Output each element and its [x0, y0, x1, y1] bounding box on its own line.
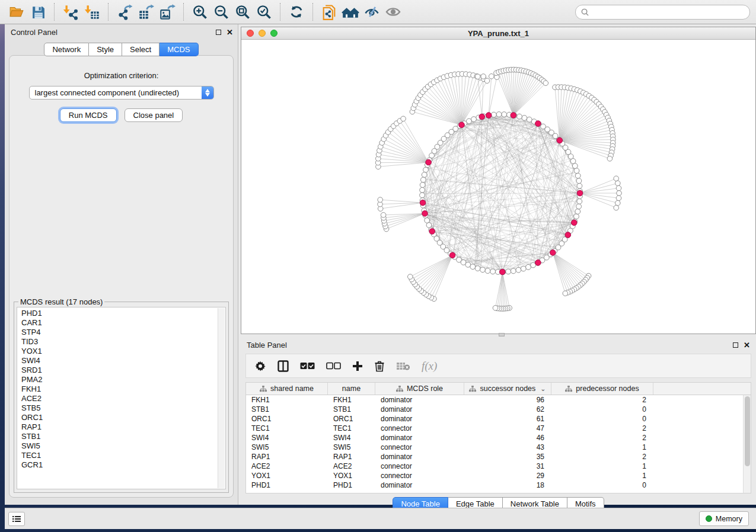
cell-MCDS-role: connector: [375, 472, 464, 480]
show-columns-button[interactable]: [277, 360, 289, 372]
column-header-successor-nodes[interactable]: successor nodes⌄: [464, 383, 551, 395]
open-session-button[interactable]: [6, 2, 27, 22]
column-header-name[interactable]: name: [328, 383, 375, 395]
mcds-result-item[interactable]: PHD1: [21, 309, 216, 318]
mcds-result-item[interactable]: SWI5: [21, 441, 216, 451]
table-scrollbar[interactable]: [743, 395, 751, 493]
zoom-fit-button[interactable]: [232, 2, 253, 22]
column-header-MCDS-role[interactable]: MCDS role: [375, 383, 464, 395]
mcds-result-item[interactable]: CAR1: [21, 318, 216, 328]
table-row[interactable]: ORC1ORC1dominator610: [246, 414, 751, 424]
close-table-panel-icon[interactable]: ✕: [744, 342, 750, 348]
control-panel-tabs: NetworkStyleSelectMCDS: [5, 43, 238, 56]
cell-name: SWI4: [328, 434, 375, 442]
float-panel-icon[interactable]: [216, 30, 221, 35]
network-canvas[interactable]: [241, 40, 755, 332]
mcds-result-group: MCDS result (17 nodes) PHD1CAR1STP4TID3Y…: [14, 297, 229, 493]
right-column: YPA_prune.txt_1 Table Panel: [238, 24, 756, 505]
save-session-button[interactable]: [27, 2, 49, 22]
export-table-button[interactable]: [135, 2, 157, 22]
mcds-result-item[interactable]: FKH1: [21, 384, 216, 394]
export-network-button[interactable]: [114, 2, 135, 22]
list-icon: [12, 515, 21, 523]
eye-icon: [385, 4, 401, 20]
search-box[interactable]: [575, 5, 750, 20]
cell-name: ACE2: [328, 462, 375, 470]
cell-MCDS-role: connector: [375, 424, 464, 432]
mcds-result-item[interactable]: ACE2: [21, 394, 216, 403]
trash-icon: [374, 360, 385, 372]
cell-MCDS-role: dominator: [375, 434, 464, 442]
table-row[interactable]: SWI5SWI5connector431: [246, 443, 751, 452]
zoom-out-icon: [213, 4, 229, 20]
mcds-result-item[interactable]: YOX1: [21, 347, 216, 356]
tab-network[interactable]: Network: [44, 43, 89, 56]
mcds-result-item[interactable]: RAP1: [21, 422, 216, 432]
mcds-result-item[interactable]: STB1: [21, 432, 216, 441]
mcds-result-item[interactable]: ORC1: [21, 413, 216, 422]
delete-column-button[interactable]: [374, 360, 385, 372]
create-column-button[interactable]: [352, 361, 363, 371]
table-row[interactable]: FKH1FKH1dominator962: [246, 395, 751, 405]
table-row[interactable]: ACE2ACE2connector311: [246, 462, 751, 471]
deselect-all-columns-button[interactable]: [326, 362, 341, 370]
mcds-result-item[interactable]: GCR1: [21, 460, 216, 470]
cell-successor-nodes: 62: [464, 405, 551, 414]
cell-shared-name: SWI5: [246, 443, 328, 451]
table-row[interactable]: PHD1PHD1dominator180: [246, 480, 751, 490]
mcds-result-item[interactable]: TEC1: [21, 451, 216, 460]
zoom-in-button[interactable]: [189, 2, 210, 22]
home-button[interactable]: [340, 2, 361, 22]
cell-name: FKH1: [328, 396, 375, 404]
cell-shared-name: RAP1: [246, 453, 328, 461]
column-header-shared-name[interactable]: shared name: [246, 383, 328, 395]
close-panel-icon[interactable]: ✕: [227, 30, 233, 35]
close-panel-button[interactable]: Close panel: [125, 108, 183, 122]
cell-MCDS-role: dominator: [375, 405, 464, 414]
table-scrollbar-thumb[interactable]: [745, 396, 750, 466]
mcds-result-item[interactable]: TID3: [21, 337, 216, 347]
table-row[interactable]: RAP1RAP1dominator352: [246, 452, 751, 462]
show-view-button[interactable]: [382, 2, 404, 22]
network-window-title: YPA_prune.txt_1: [241, 29, 755, 38]
zoom-fit-icon: [235, 4, 251, 20]
table-row[interactable]: SWI4SWI4dominator462: [246, 433, 751, 443]
export-image-button[interactable]: [157, 2, 178, 22]
table-row[interactable]: TEC1TEC1connector472: [246, 424, 751, 433]
tab-style[interactable]: Style: [89, 43, 122, 56]
run-mcds-button[interactable]: Run MCDS: [60, 108, 117, 122]
hide-view-button[interactable]: [361, 2, 382, 22]
tab-mcds[interactable]: MCDS: [160, 43, 198, 56]
zoom-out-button[interactable]: [210, 2, 232, 22]
import-network-button[interactable]: [60, 2, 81, 22]
table-row[interactable]: YOX1YOX1connector291: [246, 471, 751, 480]
zoom-selected-button[interactable]: [253, 2, 275, 22]
apply-layout-button[interactable]: [286, 2, 307, 22]
mcds-result-item[interactable]: PMA2: [21, 375, 216, 384]
import-table-button[interactable]: [81, 2, 103, 22]
cell-shared-name: YOX1: [246, 472, 328, 480]
float-table-panel-icon[interactable]: [733, 342, 738, 348]
network-overview-button[interactable]: [318, 2, 340, 22]
mcds-result-item[interactable]: STB5: [21, 403, 216, 413]
column-header-predecessor-nodes[interactable]: predecessor nodes: [551, 383, 653, 395]
criterion-dropdown[interactable]: largest connected component (undirected): [29, 86, 214, 100]
table-row[interactable]: STB1STB1dominator620: [246, 405, 751, 414]
search-input[interactable]: [589, 7, 745, 17]
mcds-result-item[interactable]: SRD1: [21, 366, 216, 375]
mcds-result-item[interactable]: SWI4: [21, 356, 216, 366]
network-window-titlebar[interactable]: YPA_prune.txt_1: [241, 27, 755, 40]
mcds-list-scrollbar[interactable]: [218, 308, 225, 488]
mcds-result-item[interactable]: STP4: [21, 328, 216, 337]
document-network-icon: [321, 4, 337, 20]
mcds-result-title: MCDS result (17 nodes): [18, 297, 104, 306]
tab-select[interactable]: Select: [122, 43, 160, 56]
checked-boxes-icon: [300, 362, 315, 370]
delete-table-icon: [396, 361, 410, 371]
select-all-columns-button[interactable]: [300, 362, 315, 370]
table-panel: Table Panel ✕: [241, 336, 756, 505]
task-history-button[interactable]: [8, 512, 25, 526]
import-table-icon: [84, 4, 100, 20]
memory-button[interactable]: Memory: [699, 511, 749, 526]
table-settings-button[interactable]: [254, 360, 266, 372]
